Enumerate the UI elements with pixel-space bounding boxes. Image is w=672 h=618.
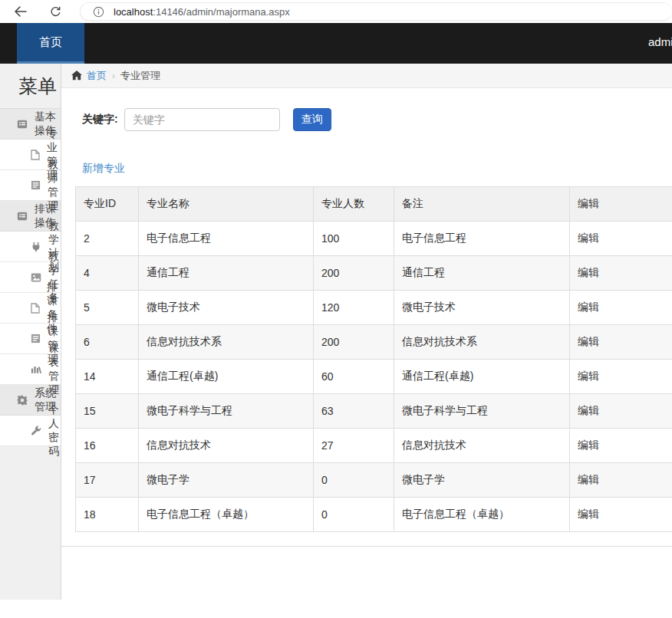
- wrench-icon: [31, 425, 41, 437]
- cell-major-count: 120: [314, 291, 394, 325]
- cell-major-note: 通信工程(卓越): [394, 360, 570, 394]
- browser-chrome: localhost:14146/admin/majormana.aspx: [0, 0, 672, 23]
- breadcrumb-home-link[interactable]: 首页: [87, 69, 107, 83]
- table-row: 4通信工程200通信工程编辑: [76, 256, 672, 291]
- cell-major-note: 微电子技术: [394, 291, 570, 325]
- cell-major-count: 27: [314, 429, 394, 463]
- table-row: 6信息对抗技术系200信息对抗技术系编辑: [76, 325, 672, 360]
- table-row: 14通信工程(卓越)60通信工程(卓越)编辑: [76, 360, 672, 394]
- cell-major-id: 14: [76, 360, 139, 394]
- plug-icon: [31, 241, 41, 253]
- cell-major-id: 15: [76, 394, 139, 429]
- cell-edit: 编辑: [570, 325, 672, 360]
- chart-icon: [31, 363, 41, 376]
- edit-link[interactable]: 编辑: [578, 266, 599, 278]
- edit-link[interactable]: 编辑: [578, 473, 599, 485]
- cell-major-name: 电子信息工程: [139, 222, 314, 256]
- cell-major-id: 6: [76, 325, 139, 360]
- cell-edit: 编辑: [570, 256, 672, 291]
- keyword-input[interactable]: [124, 108, 280, 131]
- list-alt-icon: [17, 118, 28, 130]
- cell-major-name: 微电子学: [139, 463, 314, 498]
- browser-back-icon[interactable]: [12, 4, 28, 19]
- main-layout: 菜单 基本操作专业管理教师管理排课操作教学计划教学任务排课条件排课管理课表管理系…: [0, 64, 672, 618]
- cell-major-note: 微电子科学与工程: [394, 394, 570, 429]
- gear-icon: [17, 394, 28, 406]
- sidebar: 菜单 基本操作专业管理教师管理排课操作教学计划教学任务排课条件排课管理课表管理系…: [0, 64, 61, 600]
- sidebar-item-timetable-management[interactable]: 课表管理: [0, 354, 61, 385]
- cell-edit: 编辑: [570, 463, 672, 498]
- cell-major-id: 5: [76, 291, 139, 325]
- sidebar-item-personal-password[interactable]: 个人密码: [0, 416, 61, 446]
- edit-link[interactable]: 编辑: [578, 301, 599, 313]
- cell-major-count: 200: [314, 325, 394, 360]
- cell-major-id: 17: [76, 463, 139, 498]
- site-info-icon[interactable]: [93, 6, 104, 18]
- cell-major-id: 2: [76, 222, 139, 256]
- cell-major-note: 电子信息工程（卓越）: [394, 498, 570, 532]
- edit-link[interactable]: 编辑: [578, 370, 599, 382]
- add-major-link[interactable]: 新增专业: [82, 162, 125, 176]
- keyword-label: 关键字:: [82, 113, 118, 127]
- table-row: 16信息对抗技术27信息对抗技术编辑: [76, 429, 672, 463]
- content-area: 首页 › 专业管理 关键字: 查询 新增专业 专业ID: [61, 64, 672, 618]
- table-row: 15微电子科学与工程63微电子科学与工程编辑: [76, 394, 672, 429]
- col-header-edit: 编辑: [570, 187, 672, 222]
- address-bar[interactable]: localhost:14146/admin/majormana.aspx: [80, 2, 672, 21]
- col-header-name: 专业名称: [139, 187, 314, 222]
- cell-major-count: 200: [314, 256, 394, 291]
- cell-major-count: 0: [314, 463, 394, 498]
- cell-edit: 编辑: [570, 291, 672, 325]
- major-table: 专业ID 专业名称 专业人数 备注 编辑 2电子信息工程100电子信息工程编辑4…: [75, 186, 672, 532]
- cell-major-note: 电子信息工程: [394, 222, 570, 256]
- cell-major-name: 微电子科学与工程: [139, 394, 314, 429]
- cell-major-note: 通信工程: [394, 256, 570, 291]
- cell-edit: 编辑: [570, 394, 672, 429]
- logged-in-user[interactable]: admin: [648, 35, 672, 48]
- cell-major-id: 16: [76, 429, 139, 463]
- list-alt-icon: [17, 210, 28, 222]
- cell-major-count: 60: [314, 360, 394, 394]
- cell-major-count: 0: [314, 498, 394, 532]
- table-row: 5微电子技术120微电子技术编辑: [76, 291, 672, 325]
- cell-major-name: 信息对抗技术系: [139, 325, 314, 360]
- home-icon: [71, 71, 82, 81]
- cell-major-note: 微电子学: [394, 463, 570, 498]
- page: localhost:14146/admin/majormana.aspx 首页 …: [0, 0, 672, 618]
- col-header-note: 备注: [394, 187, 570, 222]
- breadcrumb-separator: ›: [112, 71, 115, 81]
- edit-link[interactable]: 编辑: [578, 232, 599, 244]
- cell-major-id: 18: [76, 498, 139, 532]
- cell-major-note: 信息对抗技术系: [394, 325, 570, 360]
- cell-edit: 编辑: [570, 498, 672, 532]
- sidebar-label: 个人密码: [48, 403, 61, 459]
- sidebar-title: 菜单: [0, 64, 61, 109]
- file-text-icon: [31, 179, 41, 192]
- browser-refresh-icon[interactable]: [48, 4, 63, 19]
- query-button[interactable]: 查询: [293, 108, 331, 131]
- table-row: 18电子信息工程（卓越）0电子信息工程（卓越）编辑: [76, 498, 672, 532]
- image-icon: [31, 271, 41, 284]
- search-section: 关键字: 查询: [82, 108, 672, 131]
- cell-edit: 编辑: [570, 360, 672, 394]
- edit-link[interactable]: 编辑: [578, 508, 599, 520]
- edit-link[interactable]: 编辑: [578, 335, 599, 347]
- sidebar-item-teacher-management[interactable]: 教师管理: [0, 170, 61, 201]
- file-icon: [31, 302, 40, 314]
- cell-edit: 编辑: [570, 429, 672, 463]
- breadcrumb: 首页 › 专业管理: [61, 64, 672, 88]
- cell-major-count: 63: [314, 394, 394, 429]
- tab-home[interactable]: 首页: [17, 23, 84, 64]
- file-icon: [31, 149, 40, 161]
- cell-major-id: 4: [76, 256, 139, 291]
- cell-major-name: 微电子技术: [139, 291, 314, 325]
- cell-major-count: 100: [314, 222, 394, 256]
- col-header-count: 专业人数: [314, 187, 394, 222]
- edit-link[interactable]: 编辑: [578, 404, 599, 416]
- cell-major-name: 通信工程(卓越): [139, 360, 314, 394]
- cell-edit: 编辑: [570, 222, 672, 256]
- top-navbar: 首页 admin: [0, 23, 672, 64]
- edit-link[interactable]: 编辑: [578, 439, 599, 451]
- breadcrumb-current: 专业管理: [120, 69, 160, 83]
- table-row: 17微电子学0微电子学编辑: [76, 463, 672, 498]
